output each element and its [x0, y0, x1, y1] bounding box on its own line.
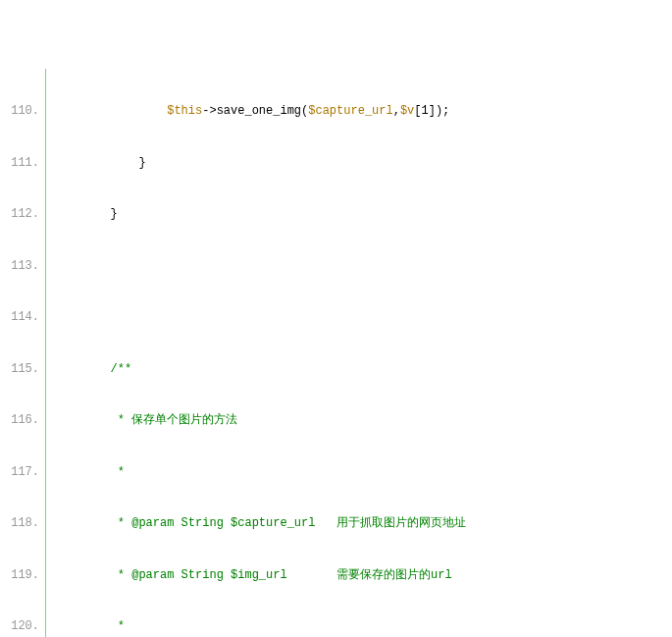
line-number-gutter: 110. 111. 112. 113. 114. 115. 116. 117. …: [0, 69, 46, 637]
code-editor: 110. 111. 112. 113. 114. 115. 116. 117. …: [0, 69, 672, 637]
code-content[interactable]: $this->save_one_img($capture_url,$v[1]);…: [46, 69, 672, 637]
line-number: 119.: [0, 567, 39, 585]
line-number: 120.: [0, 618, 39, 636]
line-number: 114.: [0, 309, 39, 327]
code-line: }: [54, 155, 672, 173]
code-line: [54, 309, 672, 327]
line-number: 115.: [0, 361, 39, 379]
code-line: }: [54, 206, 672, 224]
code-line: /**: [54, 361, 672, 379]
code-line: *: [54, 464, 672, 482]
code-line: * 保存单个图片的方法: [54, 412, 672, 430]
line-number: 112.: [0, 206, 39, 224]
line-number: 116.: [0, 412, 39, 430]
line-number: 118.: [0, 515, 39, 533]
line-number: 117.: [0, 464, 39, 482]
line-number: 113.: [0, 258, 39, 276]
code-line: [54, 258, 672, 276]
line-number: 110.: [0, 103, 39, 121]
code-line: *: [54, 618, 672, 636]
code-line: * @param String $img_url 需要保存的图片的url: [54, 567, 672, 585]
line-number: 111.: [0, 155, 39, 173]
code-line: $this->save_one_img($capture_url,$v[1]);: [54, 103, 672, 121]
code-line: * @param String $capture_url 用于抓取图片的网页地址: [54, 515, 672, 533]
